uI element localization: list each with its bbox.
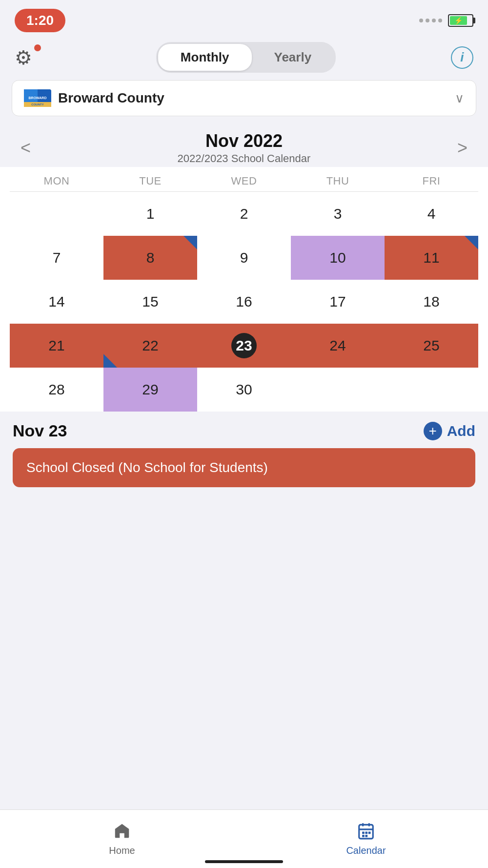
table-row[interactable]: 22 — [103, 324, 197, 368]
table-row[interactable]: 21 — [10, 324, 103, 368]
district-name: Broward County — [58, 90, 164, 106]
table-row[interactable]: 3 — [291, 192, 385, 236]
status-bar: 1:20 ⚡ — [0, 0, 488, 37]
table-row[interactable]: 24 — [291, 324, 385, 368]
nav-item-calendar[interactable]: Calendar — [244, 810, 488, 868]
event-indicator-icon — [103, 354, 117, 368]
day-header-mon: MON — [10, 175, 103, 187]
table-row[interactable]: 15 — [103, 280, 197, 324]
view-toggle: Monthly Yearly — [156, 42, 336, 73]
calendar-grid: 1 2 3 4 7 8 9 10 11 14 15 16 17 18 21 22… — [10, 192, 478, 412]
prev-month-button[interactable]: < — [15, 135, 37, 161]
event-card[interactable]: School Closed (No School for Students) — [13, 448, 475, 487]
table-row[interactable]: 4 — [385, 192, 478, 236]
settings-button[interactable]: ⚙ — [15, 44, 41, 71]
signal-icon — [419, 19, 442, 22]
day-header-thu: THU — [291, 175, 385, 187]
table-row[interactable]: 7 — [10, 236, 103, 280]
event-section: Nov 23 + Add School Closed (No School fo… — [0, 412, 488, 497]
table-row[interactable] — [10, 192, 103, 236]
battery-icon: ⚡ — [448, 14, 473, 27]
table-row[interactable]: 17 — [291, 280, 385, 324]
district-selector[interactable]: BROWARD COUNTY Broward County ∨ — [12, 80, 476, 116]
selected-date: Nov 23 — [13, 421, 67, 440]
table-row[interactable]: 2 — [197, 192, 291, 236]
bottom-navigation: Home Calendar — [0, 809, 488, 868]
app-header: ⚙ Monthly Yearly i — [0, 37, 488, 80]
table-row — [291, 368, 385, 412]
nav-item-home[interactable]: Home — [0, 810, 244, 868]
table-row[interactable]: 8 — [103, 236, 197, 280]
next-month-button[interactable]: > — [451, 135, 473, 161]
day-headers: MON TUE WED THU FRI — [10, 167, 478, 191]
today-cell[interactable]: 23 — [197, 324, 291, 368]
district-logo: BROWARD COUNTY — [24, 89, 51, 107]
calendar-grid-container: MON TUE WED THU FRI 1 2 3 4 7 8 9 10 11 … — [0, 167, 488, 412]
event-title: School Closed (No School for Students) — [26, 460, 268, 475]
svg-rect-9 — [362, 835, 365, 837]
info-icon: i — [460, 50, 464, 65]
add-label: Add — [447, 423, 475, 439]
add-circle-icon: + — [424, 422, 442, 440]
svg-rect-6 — [362, 832, 365, 834]
svg-rect-8 — [368, 832, 371, 834]
svg-text:BROWARD: BROWARD — [29, 96, 47, 100]
table-row — [385, 368, 478, 412]
calendar-icon — [357, 822, 375, 842]
day-header-wed: WED — [197, 175, 291, 187]
table-row[interactable]: 25 — [385, 324, 478, 368]
monthly-toggle-button[interactable]: Monthly — [158, 44, 252, 71]
calendar-navigation: < Nov 2022 2022/2023 School Calendar > — [0, 126, 488, 167]
notification-dot — [34, 44, 41, 51]
day-header-tue: TUE — [103, 175, 197, 187]
event-indicator-icon — [183, 236, 197, 249]
table-row[interactable]: 30 — [197, 368, 291, 412]
table-row[interactable]: 9 — [197, 236, 291, 280]
school-year-label: 2022/2023 School Calendar — [178, 152, 311, 165]
calendar-nav-label: Calendar — [346, 845, 386, 856]
svg-rect-7 — [365, 832, 367, 834]
table-row[interactable]: 14 — [10, 280, 103, 324]
home-nav-label: Home — [109, 845, 135, 856]
home-icon — [113, 822, 131, 842]
status-icons: ⚡ — [419, 14, 473, 27]
table-row[interactable]: 29 — [103, 368, 197, 412]
table-row[interactable]: 1 — [103, 192, 197, 236]
svg-rect-10 — [365, 835, 367, 837]
chevron-down-icon: ∨ — [455, 91, 464, 106]
info-button[interactable]: i — [451, 46, 473, 69]
table-row[interactable]: 18 — [385, 280, 478, 324]
month-title: Nov 2022 — [178, 131, 311, 151]
svg-text:COUNTY: COUNTY — [31, 103, 43, 106]
table-row[interactable]: 10 — [291, 236, 385, 280]
day-header-fri: FRI — [385, 175, 478, 187]
table-row[interactable]: 11 — [385, 236, 478, 280]
home-indicator — [205, 860, 283, 863]
yearly-toggle-button[interactable]: Yearly — [252, 44, 334, 71]
add-event-button[interactable]: + Add — [424, 422, 475, 440]
event-indicator-icon — [465, 236, 478, 249]
table-row[interactable]: 16 — [197, 280, 291, 324]
table-row[interactable]: 28 — [10, 368, 103, 412]
time-display: 1:20 — [15, 9, 65, 32]
